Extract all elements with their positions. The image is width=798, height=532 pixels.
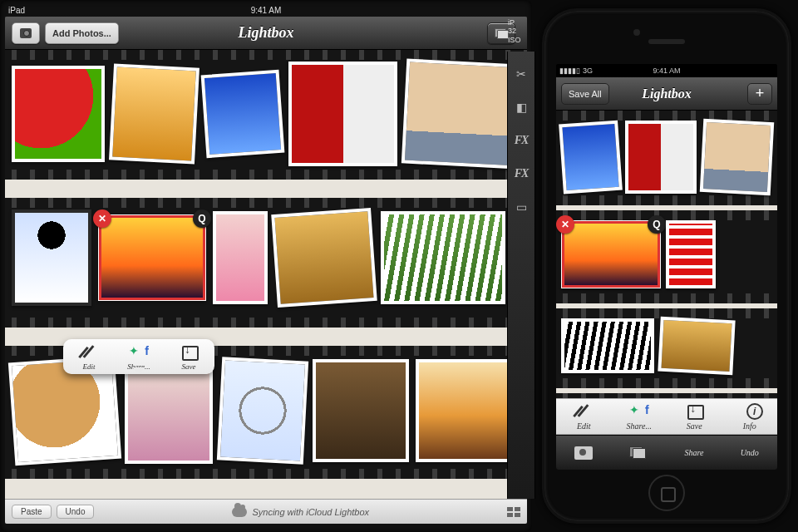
photo-thumbnail[interactable] (416, 359, 515, 462)
popover-edit-label: Edit (83, 362, 96, 371)
save-icon (682, 403, 706, 420)
iphone-lightbox-content[interactable]: ✕ Q (556, 111, 777, 398)
photo-thumbnail[interactable] (288, 62, 397, 166)
action-save-label: Save (687, 421, 702, 431)
ipad-status-time: 9:41 AM (251, 6, 282, 15)
action-save-button[interactable]: Save (671, 403, 717, 431)
photo-thumbnail[interactable] (561, 318, 654, 373)
action-edit-button[interactable]: Edit (560, 403, 607, 431)
tab-undo-button[interactable]: Undo (741, 448, 759, 457)
photo-thumbnail[interactable] (109, 63, 200, 164)
photo-thumbnail[interactable] (217, 357, 308, 464)
iphone-speaker (648, 39, 685, 44)
paste-label: Paste (21, 507, 42, 516)
photo-thumbnail[interactable] (699, 119, 774, 195)
plus-icon: + (756, 85, 765, 102)
photo-thumbnail[interactable] (666, 220, 716, 288)
iphone-action-bar: Edit Share... Save Info (556, 398, 777, 435)
info-icon (738, 403, 761, 420)
photo-thumbnail[interactable] (381, 211, 505, 304)
save-all-label: Save All (569, 89, 602, 99)
iphone-status-time: 9:41 AM (653, 66, 680, 75)
share-icon (628, 403, 651, 420)
popover-edit-button[interactable]: Edit (70, 344, 108, 371)
filmstrip-row: ✕ Q (5, 198, 527, 328)
share-popover: Edit Share... Save (63, 339, 214, 374)
photo-thumbnail-selected[interactable]: ✕ Q (98, 214, 206, 301)
ipad-lightbox-content[interactable]: ✕ Q (5, 50, 527, 499)
popover-share-label: Share... (127, 362, 150, 371)
action-edit-label: Edit (577, 421, 591, 431)
rail-crop-icon[interactable]: ◧ (512, 98, 530, 116)
carrier-label: 3G (583, 66, 593, 75)
share-icon (127, 344, 150, 361)
photo-thumbnail[interactable] (401, 58, 524, 169)
tab-camera-button[interactable] (574, 446, 593, 460)
edit-icon (77, 344, 101, 361)
ipad-status-bar: iPad 9:41 AM (0, 3, 532, 17)
iphone-status-bar: ▮▮▮▮▯ 3G 9:41 AM (556, 64, 777, 77)
grid-view-button[interactable] (507, 507, 520, 517)
quicklook-badge-icon[interactable]: Q (648, 215, 666, 234)
ipad-app-title: Lightbox (238, 24, 293, 42)
ipad-screen: Add Photos... Lightbox (5, 17, 527, 524)
ipad-device: iPad 9:41 AM Add Photos... Lightbox (0, 0, 532, 532)
delete-badge-icon[interactable]: ✕ (93, 209, 111, 228)
iphone-screen: ▮▮▮▮▯ 3G 9:41 AM Save All Lightbox + (556, 64, 777, 470)
action-info-label: Info (743, 421, 756, 431)
quicklook-badge-icon[interactable]: Q (193, 209, 211, 228)
popover-save-button[interactable]: Save (170, 344, 208, 371)
action-info-button[interactable]: Info (727, 403, 773, 431)
iphone-home-button[interactable] (648, 475, 685, 511)
paste-button[interactable]: Paste (12, 505, 52, 519)
photo-thumbnail[interactable] (271, 208, 377, 308)
photo-thumbnail[interactable] (559, 121, 623, 195)
tab-stack-button[interactable] (629, 446, 648, 460)
photo-thumbnail[interactable] (12, 209, 91, 306)
cloud-icon (232, 507, 247, 517)
filmstrip-row: ✕ Q (556, 210, 777, 303)
iphone-app-title: Lightbox (642, 86, 692, 101)
filmstrip-row (5, 50, 527, 180)
ipad-status-device: iPad (8, 6, 25, 15)
action-share-button[interactable]: Share... (616, 403, 663, 431)
add-button[interactable]: + (747, 83, 772, 105)
iphone-tab-bar: Share Undo (556, 435, 777, 470)
signal-icon: ▮▮▮▮▯ (559, 66, 580, 75)
iphone-front-camera (633, 29, 640, 36)
photo-thumbnail[interactable] (313, 359, 409, 462)
save-all-button[interactable]: Save All (561, 83, 609, 105)
ipad-toolbar: Add Photos... Lightbox (5, 17, 527, 50)
camera-button[interactable] (12, 22, 40, 44)
undo-button[interactable]: Undo (57, 505, 95, 519)
rail-frame-icon[interactable]: ▭ (512, 198, 530, 216)
save-icon (177, 344, 200, 361)
photo-thumbnail[interactable] (213, 211, 268, 304)
photo-thumbnail-selected[interactable]: ✕ Q (561, 220, 661, 288)
tab-share-label: Share (684, 448, 703, 457)
add-photos-label: Add Photos... (52, 28, 111, 38)
rail-fx-button[interactable]: FX (512, 131, 530, 150)
sync-label: Syncing with iCloud Lightbox (252, 507, 369, 517)
undo-label: Undo (66, 507, 86, 516)
iphone-toolbar: Save All Lightbox + (556, 77, 777, 111)
tab-undo-label: Undo (741, 448, 759, 457)
rail-fx-button[interactable]: FX (512, 165, 530, 183)
iphone-device: ▮▮▮▮▯ 3G 9:41 AM Save All Lightbox + (542, 8, 791, 524)
photo-thumbnail[interactable] (625, 121, 696, 194)
photo-thumbnail[interactable] (201, 70, 284, 158)
tab-share-button[interactable]: Share (684, 448, 703, 457)
action-share-label: Share... (627, 421, 652, 431)
camera-icon (574, 446, 593, 460)
camera-icon (20, 28, 32, 38)
photo-thumbnail[interactable] (658, 317, 735, 376)
rail-tool-icon[interactable]: ✂ (512, 65, 530, 83)
filmstrip-row (556, 308, 777, 388)
popover-share-button[interactable]: Share... (120, 344, 158, 371)
delete-badge-icon[interactable]: ✕ (556, 215, 574, 234)
add-photos-button[interactable]: Add Photos... (45, 22, 119, 44)
stack-icon (629, 446, 648, 460)
photo-thumbnail[interactable] (12, 66, 105, 162)
filmstrip-row (556, 111, 777, 205)
stack-icon (495, 28, 508, 38)
